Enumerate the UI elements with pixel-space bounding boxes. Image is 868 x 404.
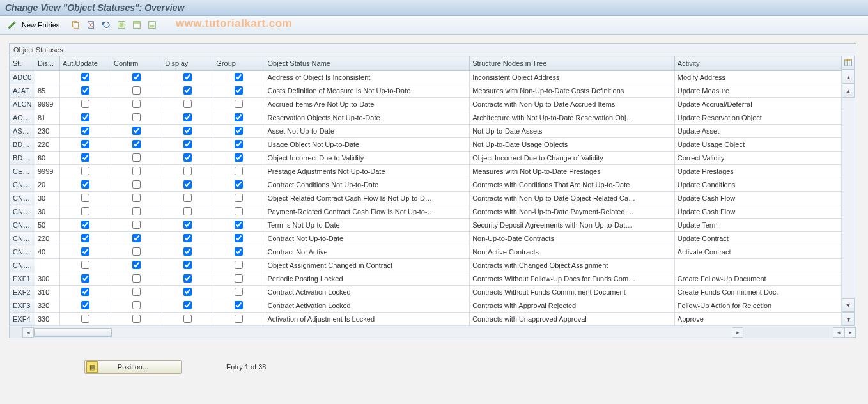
structure-nodes-cell[interactable]: Measures with Not Up-to-Date Prestages bbox=[470, 165, 675, 178]
status-code-cell[interactable]: CNDP bbox=[10, 219, 35, 232]
confirm-checkbox[interactable] bbox=[132, 180, 141, 189]
structure-nodes-cell[interactable]: Not Up-to-Date Assets bbox=[470, 125, 675, 138]
group-checkbox[interactable] bbox=[235, 140, 243, 148]
confirm-checkbox[interactable] bbox=[132, 127, 141, 135]
table-row[interactable]: CNCD20Contract Conditions Not Up-to-Date… bbox=[10, 178, 842, 192]
object-status-name-cell[interactable]: Contract Not Up-to-Date bbox=[265, 232, 470, 245]
object-status-name-cell[interactable]: Object Assignment Changed in Contract bbox=[265, 259, 470, 272]
group-checkbox[interactable] bbox=[235, 167, 243, 175]
confirm-checkbox[interactable] bbox=[132, 100, 141, 108]
structure-nodes-cell[interactable]: Contracts Without Follow-Up Docs for Fun… bbox=[470, 272, 675, 286]
col-header-auto-update[interactable]: Aut.Update bbox=[59, 56, 111, 71]
status-code-cell[interactable]: CNNA bbox=[10, 245, 35, 259]
display-order-cell[interactable]: 220 bbox=[35, 138, 59, 152]
group-checkbox[interactable] bbox=[235, 234, 243, 242]
table-row[interactable]: ASCH230Asset Not Up-to-DateNot Up-to-Dat… bbox=[10, 125, 842, 138]
group-checkbox[interactable] bbox=[235, 194, 243, 202]
delete-icon[interactable] bbox=[84, 18, 98, 32]
auto-update-checkbox[interactable] bbox=[81, 86, 89, 95]
display-order-cell[interactable]: 85 bbox=[35, 84, 59, 98]
object-status-name-cell[interactable]: Object-Related Contract Cash Flow Is Not… bbox=[265, 192, 470, 205]
scroll-first-button[interactable]: ▴ bbox=[842, 70, 855, 84]
activity-cell[interactable]: Approve bbox=[674, 313, 841, 326]
display-checkbox[interactable] bbox=[183, 315, 192, 323]
activity-cell[interactable]: Update Measure bbox=[674, 84, 841, 98]
display-order-cell[interactable]: 320 bbox=[35, 299, 59, 313]
display-order-cell[interactable]: 30 bbox=[35, 205, 59, 219]
object-status-name-cell[interactable]: Accrued Items Are Not Up-to-Date bbox=[265, 98, 470, 111]
group-checkbox[interactable] bbox=[235, 261, 243, 269]
table-row[interactable]: CNMN220Contract Not Up-to-DateNon-Up-to-… bbox=[10, 232, 842, 245]
status-code-cell[interactable]: CNCP bbox=[10, 205, 35, 219]
activity-cell[interactable]: Update Accrual/Deferral bbox=[674, 98, 841, 111]
status-code-cell[interactable]: ADC0 bbox=[10, 71, 35, 84]
display-order-cell[interactable]: 9999 bbox=[35, 98, 59, 111]
structure-nodes-cell[interactable]: Object Incorrect Due to Change of Validi… bbox=[470, 152, 675, 165]
status-code-cell[interactable]: ASCH bbox=[10, 125, 35, 138]
structure-nodes-cell[interactable]: Architecture with Not Up-to-Date Reserva… bbox=[470, 111, 675, 125]
object-status-name-cell[interactable]: Contract Activation Locked bbox=[265, 299, 470, 313]
structure-nodes-cell[interactable]: Contracts with Approval Rejected bbox=[470, 299, 675, 313]
auto-update-checkbox[interactable] bbox=[81, 234, 89, 242]
structure-nodes-cell[interactable]: Contracts with Non-Up-to-Date Payment-Re… bbox=[470, 205, 675, 219]
group-checkbox[interactable] bbox=[235, 86, 243, 95]
display-order-cell[interactable]: 50 bbox=[35, 219, 59, 232]
table-row[interactable]: CNNA40Contract Not ActiveNon-Active Cont… bbox=[10, 245, 842, 259]
group-checkbox[interactable] bbox=[235, 207, 243, 215]
structure-nodes-cell[interactable]: Contracts with Non-Up-to-Date Object-Rel… bbox=[470, 192, 675, 205]
structure-nodes-cell[interactable]: Contracts with Conditions That Are Not U… bbox=[470, 178, 675, 192]
display-order-cell[interactable]: 30 bbox=[35, 192, 59, 205]
activity-cell[interactable]: Activate Contract bbox=[674, 245, 841, 259]
status-code-cell[interactable]: CNMN bbox=[10, 232, 35, 245]
display-checkbox[interactable] bbox=[183, 301, 192, 309]
display-order-cell[interactable]: 300 bbox=[35, 272, 59, 286]
confirm-checkbox[interactable] bbox=[132, 261, 141, 269]
structure-nodes-cell[interactable]: Security Deposit Agreements with Non-Up-… bbox=[470, 219, 675, 232]
activity-cell[interactable]: Update Usage Object bbox=[674, 138, 841, 152]
status-code-cell[interactable]: AOOO bbox=[10, 111, 35, 125]
display-checkbox[interactable] bbox=[183, 127, 192, 135]
col-header-object-status-name[interactable]: Object Status Name bbox=[265, 56, 470, 71]
table-settings-icon[interactable] bbox=[842, 56, 855, 70]
object-status-name-cell[interactable]: Prestage Adjustments Not Up-to-Date bbox=[265, 165, 470, 178]
group-checkbox[interactable] bbox=[235, 221, 243, 229]
confirm-checkbox[interactable] bbox=[132, 315, 141, 323]
object-status-name-cell[interactable]: Usage Object Not Up-to-Date bbox=[265, 138, 470, 152]
hscroll-left-arrow[interactable]: ◂ bbox=[22, 327, 34, 338]
auto-update-checkbox[interactable] bbox=[81, 247, 89, 256]
structure-nodes-cell[interactable]: Contracts Without Funds Commitment Docum… bbox=[470, 286, 675, 299]
col-header-structure-nodes[interactable]: Structure Nodes in Tree bbox=[470, 56, 675, 71]
status-code-cell[interactable]: ALCN bbox=[10, 98, 35, 111]
display-checkbox[interactable] bbox=[183, 167, 192, 175]
auto-update-checkbox[interactable] bbox=[81, 315, 89, 323]
display-checkbox[interactable] bbox=[183, 261, 192, 269]
auto-update-checkbox[interactable] bbox=[81, 73, 89, 81]
table-row[interactable]: CEAG9999Prestage Adjustments Not Up-to-D… bbox=[10, 165, 842, 178]
status-code-cell[interactable]: EXF1 bbox=[10, 272, 35, 286]
display-checkbox[interactable] bbox=[183, 113, 192, 121]
structure-nodes-cell[interactable]: Contracts with Changed Object Assignment bbox=[470, 259, 675, 272]
activity-cell[interactable]: Follow-Up Action for Rejection bbox=[674, 299, 841, 313]
undo-icon[interactable] bbox=[99, 18, 113, 32]
col-header-display[interactable]: Display bbox=[162, 56, 213, 71]
object-status-name-cell[interactable]: Periodic Posting Locked bbox=[265, 272, 470, 286]
activity-cell[interactable]: Update Conditions bbox=[674, 178, 841, 192]
display-checkbox[interactable] bbox=[183, 180, 192, 189]
display-order-cell[interactable] bbox=[35, 259, 59, 272]
status-code-cell[interactable]: EXF3 bbox=[10, 299, 35, 313]
display-order-cell[interactable]: 230 bbox=[35, 125, 59, 138]
structure-nodes-cell[interactable]: Measures with Non-Up-to-Date Costs Defin… bbox=[470, 84, 675, 98]
position-button[interactable]: ▤ Position... bbox=[84, 360, 182, 374]
auto-update-checkbox[interactable] bbox=[81, 180, 89, 189]
col-header-status[interactable]: St. bbox=[10, 56, 35, 71]
object-status-name-cell[interactable]: Activation of Adjustment Is Locked bbox=[265, 313, 470, 326]
deselect-all-icon[interactable] bbox=[145, 18, 159, 32]
status-code-cell[interactable]: BDCH bbox=[10, 138, 35, 152]
structure-nodes-cell[interactable]: Non-Active Contracts bbox=[470, 245, 675, 259]
group-checkbox[interactable] bbox=[235, 301, 243, 309]
structure-nodes-cell[interactable]: Not Up-to-Date Usage Objects bbox=[470, 138, 675, 152]
confirm-checkbox[interactable] bbox=[132, 247, 141, 256]
status-code-cell[interactable]: CNCD bbox=[10, 178, 35, 192]
object-status-name-cell[interactable]: Object Incorrect Due to Validity bbox=[265, 152, 470, 165]
object-status-name-cell[interactable]: Payment-Related Contract Cash Flow Is No… bbox=[265, 205, 470, 219]
